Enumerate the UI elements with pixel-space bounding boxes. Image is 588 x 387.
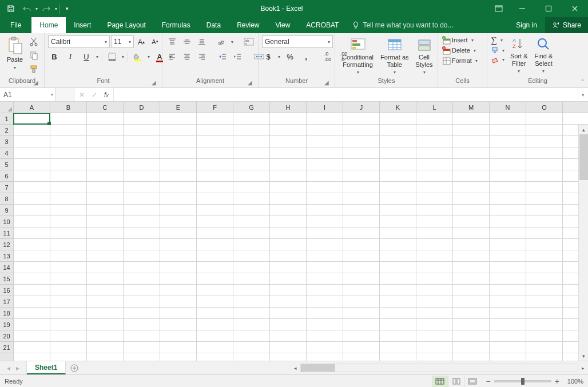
tab-page-layout[interactable]: Page Layout xyxy=(99,17,153,33)
copy-icon[interactable] xyxy=(27,49,40,62)
tab-view[interactable]: View xyxy=(268,17,299,33)
number-format-combo[interactable]: General▾ xyxy=(262,35,333,48)
align-bottom-icon[interactable] xyxy=(196,35,208,48)
tab-formulas[interactable]: Formulas xyxy=(154,17,198,33)
paste-button[interactable]: Paste▾ xyxy=(3,35,26,71)
close-icon[interactable] xyxy=(562,0,588,17)
column-header[interactable]: I xyxy=(307,102,343,113)
italic-icon[interactable]: I xyxy=(64,50,77,63)
percent-format-icon[interactable]: % xyxy=(284,50,296,63)
redo-dropdown[interactable]: ▾ xyxy=(55,6,57,11)
column-header[interactable]: K xyxy=(380,102,416,113)
row-header[interactable]: 19 xyxy=(0,319,13,330)
column-header[interactable]: F xyxy=(197,102,233,113)
clear-button[interactable]: ▾ xyxy=(491,55,504,63)
row-header[interactable]: 13 xyxy=(0,250,13,262)
format-cells-button[interactable]: Format▾ xyxy=(442,56,478,65)
horizontal-scrollbar[interactable]: ◂ ▸ xyxy=(285,362,588,373)
autosum-button[interactable]: ∑▾ xyxy=(491,35,504,45)
font-dialog-launcher[interactable]: ◢ xyxy=(150,79,157,86)
tell-me-search[interactable]: Tell me what you want to do... xyxy=(347,17,459,33)
scroll-right-icon[interactable]: ▸ xyxy=(578,365,588,371)
ribbon-display-options-icon[interactable] xyxy=(488,0,509,17)
row-header[interactable]: 5 xyxy=(0,159,13,170)
expand-formula-bar-icon[interactable]: ▾ xyxy=(578,88,588,101)
align-middle-icon[interactable] xyxy=(181,35,193,48)
number-dialog-launcher[interactable]: ◢ xyxy=(323,79,330,86)
sort-filter-button[interactable]: AZ Sort & Filter▾ xyxy=(507,35,531,74)
sheet-nav-prev-icon[interactable]: ◂ xyxy=(7,364,10,372)
fill-color-dropdown[interactable]: ▾ xyxy=(148,54,150,59)
insert-cells-button[interactable]: +Insert▾ xyxy=(442,35,474,45)
tab-home[interactable]: Home xyxy=(31,17,66,33)
tab-acrobat[interactable]: ACROBAT xyxy=(298,17,347,33)
sign-in-link[interactable]: Sign in xyxy=(508,17,545,33)
row-header[interactable]: 4 xyxy=(0,147,13,159)
minimize-icon[interactable] xyxy=(509,0,535,17)
tab-data[interactable]: Data xyxy=(198,17,229,33)
row-header[interactable]: 15 xyxy=(0,273,13,285)
row-header[interactable]: 1 xyxy=(0,113,13,125)
row-header[interactable]: 6 xyxy=(0,170,13,182)
comma-format-icon[interactable]: , xyxy=(300,50,312,63)
alignment-dialog-launcher[interactable]: ◢ xyxy=(247,79,253,86)
delete-cells-button[interactable]: ×Delete▾ xyxy=(442,46,476,55)
cell-styles-button[interactable]: Cell Styles▾ xyxy=(412,35,436,75)
decrease-font-icon[interactable]: A▾ xyxy=(149,35,161,48)
font-name-combo[interactable]: Calibri▾ xyxy=(48,35,110,48)
row-header[interactable]: 20 xyxy=(0,330,13,342)
font-size-combo[interactable]: 11▾ xyxy=(111,35,134,48)
column-header[interactable]: E xyxy=(160,102,197,113)
sheet-nav-next-icon[interactable]: ▸ xyxy=(16,364,19,372)
new-sheet-button[interactable] xyxy=(66,361,83,374)
zoom-in-button[interactable]: + xyxy=(555,377,559,386)
collapse-ribbon-icon[interactable]: ˄ xyxy=(581,79,585,86)
fill-button[interactable]: ▾ xyxy=(491,46,504,54)
wrap-text-icon[interactable]: abc xyxy=(243,35,255,48)
share-button[interactable]: Share xyxy=(545,17,588,33)
format-painter-icon[interactable] xyxy=(27,63,40,75)
page-layout-view-icon[interactable] xyxy=(448,376,464,387)
align-right-icon[interactable] xyxy=(196,50,208,63)
zoom-level[interactable]: 100% xyxy=(567,378,583,385)
decrease-indent-icon[interactable] xyxy=(216,50,229,63)
column-header[interactable]: D xyxy=(124,102,160,113)
normal-view-icon[interactable] xyxy=(432,376,448,387)
scroll-up-icon[interactable]: ▴ xyxy=(579,125,588,134)
page-break-view-icon[interactable] xyxy=(464,376,480,387)
cut-icon[interactable] xyxy=(27,35,40,48)
name-box[interactable]: A1▾ xyxy=(0,88,56,101)
borders-icon[interactable] xyxy=(106,50,118,63)
bold-icon[interactable]: B xyxy=(48,50,61,63)
enter-formula-icon[interactable]: ✓ xyxy=(92,91,97,99)
scroll-left-icon[interactable]: ◂ xyxy=(291,365,300,371)
vertical-scrollbar[interactable]: ▴ ▾ xyxy=(578,125,588,361)
cells-area[interactable] xyxy=(14,113,588,361)
column-header[interactable]: O xyxy=(526,102,563,113)
row-header[interactable]: 12 xyxy=(0,239,13,250)
row-header[interactable]: 2 xyxy=(0,125,13,136)
row-header[interactable]: 17 xyxy=(0,296,13,308)
column-header[interactable]: C xyxy=(87,102,124,113)
undo-dropdown[interactable]: ▾ xyxy=(35,6,38,11)
orientation-dropdown[interactable]: ▾ xyxy=(231,39,233,45)
cancel-formula-icon[interactable]: ✕ xyxy=(79,91,85,99)
format-as-table-button[interactable]: Format as Table▾ xyxy=(377,35,412,75)
increase-decimal-icon[interactable]: .0.00 xyxy=(321,50,334,63)
align-center-icon[interactable] xyxy=(181,50,193,63)
column-header[interactable]: M xyxy=(453,102,490,113)
accounting-dropdown[interactable]: ▾ xyxy=(278,54,280,59)
row-header[interactable]: 3 xyxy=(0,136,13,147)
row-header[interactable]: 9 xyxy=(0,205,13,216)
accounting-format-icon[interactable]: $ xyxy=(262,50,275,63)
row-header[interactable]: 21 xyxy=(0,342,13,353)
customize-qat-icon[interactable]: ▾ xyxy=(62,2,71,15)
borders-dropdown[interactable]: ▾ xyxy=(122,54,124,59)
column-header[interactable]: H xyxy=(270,102,307,113)
column-header[interactable]: N xyxy=(490,102,526,113)
row-header[interactable]: 7 xyxy=(0,182,13,193)
vscroll-thumb[interactable] xyxy=(579,134,588,180)
clipboard-dialog-launcher[interactable]: ◢ xyxy=(33,79,39,86)
zoom-out-button[interactable]: − xyxy=(486,377,490,386)
underline-dropdown[interactable]: ▾ xyxy=(96,54,98,59)
